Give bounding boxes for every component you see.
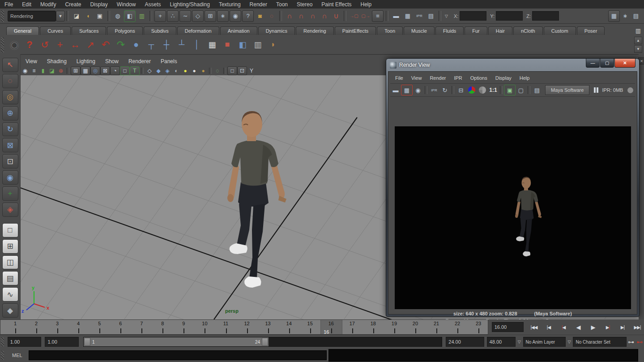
shelf-tab[interactable]: PaintEffects: [335, 26, 376, 35]
menubar-item[interactable]: Stereo: [292, 1, 317, 8]
shelf-tab[interactable]: Toon: [377, 26, 403, 35]
layout-single-pane-icon[interactable]: □: [2, 223, 18, 237]
scale-tool-icon[interactable]: ⊠: [2, 138, 18, 152]
vp-safe-action-icon[interactable]: □: [120, 66, 130, 75]
shelf-tab[interactable]: Fluids: [435, 26, 464, 35]
playback-end-field[interactable]: 24.00: [446, 337, 484, 347]
vp-camera-attrs-icon[interactable]: ≡: [30, 67, 38, 75]
shelf-undo-icon[interactable]: ↶: [98, 37, 113, 52]
snap-to-curves-icon[interactable]: ∩: [296, 11, 307, 22]
step-forward-frame-button[interactable]: ▶|: [616, 322, 629, 332]
rv-refresh-ipr-icon[interactable]: ↻: [439, 85, 450, 95]
timeline-frame-number[interactable]: 14: [282, 321, 296, 326]
mask-surfaces-icon[interactable]: ◇: [192, 10, 204, 22]
marquee-select-icon[interactable]: ◌: [266, 11, 277, 22]
attribute-editor-toggle-icon[interactable]: ▤: [631, 11, 641, 22]
mask-rendering-icon[interactable]: ◉: [230, 10, 241, 22]
menubar-item[interactable]: Edit: [17, 1, 36, 8]
shelf-tab[interactable]: Rendering: [296, 26, 334, 35]
vp-use-all-lights-icon[interactable]: ◐: [172, 67, 181, 75]
viewport-menu-item[interactable]: Shading: [42, 58, 72, 65]
shelf-tab[interactable]: nCloth: [513, 26, 543, 35]
universal-manipulator-icon[interactable]: ⊡: [2, 154, 18, 168]
menubar-item[interactable]: File: [0, 1, 17, 8]
timeline-frame-number[interactable]: 10: [198, 321, 211, 326]
shelf-ungroup-icon[interactable]: ┼: [159, 37, 174, 52]
vp-bookmark-icon[interactable]: ▮: [38, 67, 47, 75]
select-tool-icon[interactable]: ↖: [2, 58, 18, 72]
vp-gate-mask-icon[interactable]: ⊠: [100, 66, 110, 75]
shelf-redo-icon[interactable]: ↷: [113, 37, 128, 52]
open-render-view-icon[interactable]: ▬: [391, 11, 401, 22]
last-tool-icon[interactable]: ◆: [2, 303, 18, 318]
range-start-handle[interactable]: [84, 338, 90, 346]
maximize-button[interactable]: ▢: [600, 59, 614, 68]
save-scene-icon[interactable]: ▣: [94, 11, 105, 22]
menu-mode-arrow-icon[interactable]: ▼: [56, 11, 65, 22]
command-input[interactable]: [29, 350, 327, 360]
shelf-dolly-tool-icon[interactable]: ↔: [68, 37, 83, 52]
lasso-tool-icon[interactable]: ◌: [2, 74, 18, 88]
vp-light-yellow-icon[interactable]: ●: [181, 67, 190, 75]
shelf-delete-icon[interactable]: ●: [128, 37, 144, 52]
render-view-menu-item[interactable]: Options: [466, 75, 491, 81]
y-input[interactable]: [496, 11, 523, 21]
timeline-frame-number[interactable]: 9: [177, 321, 190, 326]
timeline-frame-number[interactable]: 23: [472, 321, 485, 326]
lock-selection-icon[interactable]: ◙: [255, 11, 265, 22]
move-tool-icon[interactable]: ⊕: [2, 106, 18, 121]
shelf-trash-icon[interactable]: ▥: [633, 25, 644, 36]
timeline-frame-number[interactable]: 15: [303, 321, 317, 326]
timeline-frame-number[interactable]: 17: [345, 321, 359, 326]
animation-start-field[interactable]: 1.00: [8, 337, 42, 347]
close-button[interactable]: ✕: [614, 59, 635, 68]
shelf-select-hierarchy-icon[interactable]: ■: [220, 37, 235, 52]
animation-end-field[interactable]: 48.00: [487, 337, 516, 347]
layout-four-pane-icon[interactable]: ⊞: [2, 239, 18, 254]
minimize-button[interactable]: —: [586, 59, 600, 68]
range-slider-track[interactable]: 1 24: [83, 337, 442, 347]
x-input[interactable]: [460, 11, 486, 21]
channel-box-toggle-icon[interactable]: ▦: [608, 10, 620, 22]
input-connections-icon[interactable]: →▢: [349, 11, 359, 22]
menubar-item[interactable]: Paint Effects: [317, 1, 356, 8]
shelf-help-icon[interactable]: ?: [22, 37, 37, 52]
menubar-item[interactable]: Window: [112, 1, 141, 8]
timeline-frame-number[interactable]: 7: [135, 321, 148, 326]
timeline-frame-number[interactable]: 18: [367, 321, 380, 326]
rv-rgb-channels-icon[interactable]: [466, 85, 477, 95]
statusline-grip[interactable]: [1, 10, 4, 22]
playback-speed-arrow-icon[interactable]: ▽: [518, 340, 521, 344]
range-end-handle[interactable]: [262, 338, 268, 346]
go-to-end-button[interactable]: ▶▶|: [631, 322, 644, 332]
shelf-tab[interactable]: Polygons: [107, 26, 142, 35]
rv-ipr-render-icon[interactable]: IPR: [429, 85, 439, 95]
rv-redo-previous-render-icon[interactable]: ▬: [390, 85, 401, 95]
mask-joints-icon[interactable]: ∴: [167, 10, 179, 22]
shelf-parent-icon[interactable]: ┴: [174, 37, 189, 52]
shelf-group-icon[interactable]: ┬: [144, 37, 159, 52]
shelf-unparent-icon[interactable]: │: [189, 37, 205, 52]
timeline-frame-number[interactable]: 22: [451, 321, 464, 326]
shelf-tab[interactable]: Deformation: [177, 26, 219, 35]
shelf-select-object-icon[interactable]: ◧: [235, 37, 250, 52]
field-entry-arrow-icon[interactable]: ▽: [445, 14, 448, 18]
menubar-item[interactable]: Toon: [272, 1, 292, 8]
go-to-start-button[interactable]: |◀◀: [527, 322, 541, 332]
paint-selection-tool-icon[interactable]: ◎: [2, 90, 18, 104]
rv-remove-image-icon[interactable]: ▢: [516, 85, 526, 95]
render-view-menu-item[interactable]: View: [407, 75, 426, 81]
render-view-menu-item[interactable]: Display: [491, 75, 516, 81]
vp-light-gold-icon[interactable]: ●: [199, 67, 208, 75]
snap-to-planes-icon[interactable]: ∩: [319, 11, 330, 22]
playback-start-field[interactable]: 1.00: [45, 337, 79, 347]
menubar-item[interactable]: Assets: [140, 1, 165, 8]
mask-dynamics-icon[interactable]: ∗: [217, 10, 229, 22]
vp-shaded-icon[interactable]: ◆: [154, 67, 163, 75]
select-by-object-icon[interactable]: ◧: [124, 10, 136, 22]
snap-to-grids-icon[interactable]: ∩: [284, 11, 295, 22]
anim-layer-arrow-icon[interactable]: ▽: [568, 340, 571, 344]
snap-align-tool-icon[interactable]: +: [2, 186, 18, 201]
shelf-outliner-icon[interactable]: ▦: [205, 37, 220, 52]
shelf-tumble-tool-icon[interactable]: ↺: [37, 37, 52, 52]
